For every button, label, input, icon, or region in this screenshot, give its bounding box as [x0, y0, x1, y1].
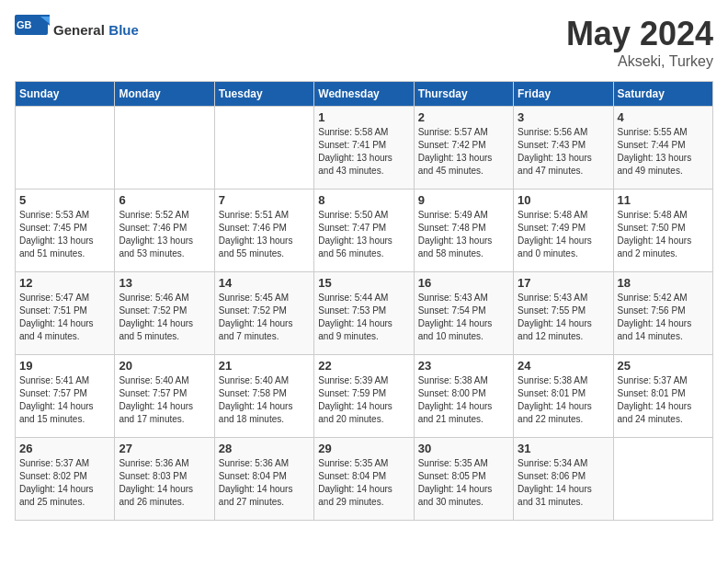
calendar-week-row: 26Sunrise: 5:37 AM Sunset: 8:02 PM Dayli… [16, 438, 713, 521]
day-info: Sunrise: 5:48 AM Sunset: 7:49 PM Dayligh… [518, 209, 609, 260]
day-header-saturday: Saturday [613, 82, 712, 107]
day-number: 22 [318, 359, 409, 373]
calendar-week-row: 12Sunrise: 5:47 AM Sunset: 7:51 PM Dayli… [16, 272, 713, 355]
title-block: May 2024 Akseki, Turkey [566, 15, 713, 70]
day-info: Sunrise: 5:38 AM Sunset: 8:01 PM Dayligh… [518, 374, 609, 426]
logo: GB General Blue [15, 15, 139, 46]
day-number: 28 [219, 442, 310, 455]
day-info: Sunrise: 5:55 AM Sunset: 7:44 PM Dayligh… [618, 126, 709, 178]
calendar-cell: 4Sunrise: 5:55 AM Sunset: 7:44 PM Daylig… [613, 107, 712, 190]
day-number: 2 [418, 110, 509, 124]
day-number: 8 [318, 193, 409, 207]
calendar-week-row: 5Sunrise: 5:53 AM Sunset: 7:45 PM Daylig… [16, 190, 713, 272]
day-info: Sunrise: 5:41 AM Sunset: 7:57 PM Dayligh… [19, 374, 110, 426]
calendar-cell: 31Sunrise: 5:34 AM Sunset: 8:06 PM Dayli… [514, 438, 613, 521]
day-info: Sunrise: 5:39 AM Sunset: 7:59 PM Dayligh… [318, 374, 409, 426]
day-header-sunday: Sunday [16, 82, 115, 107]
calendar-cell: 20Sunrise: 5:40 AM Sunset: 7:57 PM Dayli… [115, 355, 214, 438]
calendar-cell: 13Sunrise: 5:46 AM Sunset: 7:52 PM Dayli… [115, 272, 214, 355]
day-number: 20 [119, 359, 210, 373]
day-info: Sunrise: 5:45 AM Sunset: 7:52 PM Dayligh… [219, 292, 310, 343]
day-info: Sunrise: 5:56 AM Sunset: 7:43 PM Dayligh… [518, 126, 609, 178]
day-number: 1 [318, 110, 409, 124]
calendar-cell: 22Sunrise: 5:39 AM Sunset: 7:59 PM Dayli… [314, 355, 414, 438]
day-number: 10 [518, 193, 609, 207]
calendar-week-row: 1Sunrise: 5:58 AM Sunset: 7:41 PM Daylig… [16, 107, 713, 190]
calendar-table: SundayMondayTuesdayWednesdayThursdayFrid… [15, 81, 713, 521]
day-number: 13 [119, 276, 210, 290]
day-number: 18 [618, 276, 709, 290]
day-number: 9 [418, 193, 509, 207]
day-number: 15 [318, 276, 409, 290]
calendar-cell [214, 107, 313, 190]
day-info: Sunrise: 5:50 AM Sunset: 7:47 PM Dayligh… [318, 209, 409, 260]
day-info: Sunrise: 5:40 AM Sunset: 7:58 PM Dayligh… [219, 374, 310, 426]
day-info: Sunrise: 5:43 AM Sunset: 7:55 PM Dayligh… [518, 292, 609, 343]
calendar-cell: 27Sunrise: 5:36 AM Sunset: 8:03 PM Dayli… [115, 438, 214, 521]
calendar-cell: 1Sunrise: 5:58 AM Sunset: 7:41 PM Daylig… [314, 107, 414, 190]
logo-blue: Blue [108, 22, 139, 38]
calendar-cell: 29Sunrise: 5:35 AM Sunset: 8:04 PM Dayli… [314, 438, 414, 521]
day-number: 3 [518, 110, 609, 124]
day-info: Sunrise: 5:38 AM Sunset: 8:00 PM Dayligh… [418, 374, 509, 426]
day-info: Sunrise: 5:44 AM Sunset: 7:53 PM Dayligh… [318, 292, 409, 343]
day-header-tuesday: Tuesday [214, 82, 313, 107]
day-info: Sunrise: 5:52 AM Sunset: 7:46 PM Dayligh… [119, 209, 210, 260]
calendar-cell: 25Sunrise: 5:37 AM Sunset: 8:01 PM Dayli… [613, 355, 712, 438]
calendar-cell: 19Sunrise: 5:41 AM Sunset: 7:57 PM Dayli… [16, 355, 115, 438]
day-info: Sunrise: 5:51 AM Sunset: 7:46 PM Dayligh… [219, 209, 310, 260]
calendar-cell: 6Sunrise: 5:52 AM Sunset: 7:46 PM Daylig… [115, 190, 214, 272]
day-info: Sunrise: 5:35 AM Sunset: 8:05 PM Dayligh… [418, 457, 509, 509]
day-number: 12 [19, 276, 110, 290]
calendar-cell: 21Sunrise: 5:40 AM Sunset: 7:58 PM Dayli… [214, 355, 313, 438]
logo-icon: GB [15, 15, 50, 46]
day-number: 24 [518, 359, 609, 373]
day-info: Sunrise: 5:37 AM Sunset: 8:02 PM Dayligh… [19, 457, 110, 509]
day-info: Sunrise: 5:42 AM Sunset: 7:56 PM Dayligh… [618, 292, 709, 343]
day-number: 23 [418, 359, 509, 373]
month-title: May 2024 [566, 15, 713, 53]
calendar-cell: 17Sunrise: 5:43 AM Sunset: 7:55 PM Dayli… [514, 272, 613, 355]
day-number: 30 [418, 442, 509, 455]
day-number: 11 [618, 193, 709, 207]
day-info: Sunrise: 5:36 AM Sunset: 8:03 PM Dayligh… [119, 457, 210, 509]
day-info: Sunrise: 5:48 AM Sunset: 7:50 PM Dayligh… [618, 209, 709, 260]
day-number: 4 [618, 110, 709, 124]
calendar-cell: 11Sunrise: 5:48 AM Sunset: 7:50 PM Dayli… [613, 190, 712, 272]
day-info: Sunrise: 5:53 AM Sunset: 7:45 PM Dayligh… [19, 209, 110, 260]
page-header: GB General Blue May 2024 Akseki, Turkey [15, 15, 713, 70]
location-title: Akseki, Turkey [566, 53, 713, 70]
day-header-friday: Friday [514, 82, 613, 107]
calendar-cell: 7Sunrise: 5:51 AM Sunset: 7:46 PM Daylig… [214, 190, 313, 272]
calendar-cell: 2Sunrise: 5:57 AM Sunset: 7:42 PM Daylig… [414, 107, 513, 190]
calendar-cell [115, 107, 214, 190]
day-number: 14 [219, 276, 310, 290]
calendar-cell: 23Sunrise: 5:38 AM Sunset: 8:00 PM Dayli… [414, 355, 513, 438]
logo-general: General [53, 22, 105, 38]
svg-text:GB: GB [17, 19, 32, 30]
calendar-cell: 14Sunrise: 5:45 AM Sunset: 7:52 PM Dayli… [214, 272, 313, 355]
day-number: 7 [219, 193, 310, 207]
calendar-cell: 3Sunrise: 5:56 AM Sunset: 7:43 PM Daylig… [514, 107, 613, 190]
day-number: 5 [19, 193, 110, 207]
calendar-cell: 26Sunrise: 5:37 AM Sunset: 8:02 PM Dayli… [16, 438, 115, 521]
calendar-cell: 10Sunrise: 5:48 AM Sunset: 7:49 PM Dayli… [514, 190, 613, 272]
day-info: Sunrise: 5:37 AM Sunset: 8:01 PM Dayligh… [618, 374, 709, 426]
day-number: 25 [618, 359, 709, 373]
day-number: 16 [418, 276, 509, 290]
day-header-wednesday: Wednesday [314, 82, 414, 107]
day-info: Sunrise: 5:43 AM Sunset: 7:54 PM Dayligh… [418, 292, 509, 343]
day-info: Sunrise: 5:58 AM Sunset: 7:41 PM Dayligh… [318, 126, 409, 178]
day-number: 21 [219, 359, 310, 373]
day-number: 6 [119, 193, 210, 207]
calendar-body: 1Sunrise: 5:58 AM Sunset: 7:41 PM Daylig… [16, 107, 713, 521]
calendar-cell: 5Sunrise: 5:53 AM Sunset: 7:45 PM Daylig… [16, 190, 115, 272]
day-info: Sunrise: 5:47 AM Sunset: 7:51 PM Dayligh… [19, 292, 110, 343]
calendar-cell [613, 438, 712, 521]
calendar-cell [16, 107, 115, 190]
day-number: 17 [518, 276, 609, 290]
calendar-cell: 28Sunrise: 5:36 AM Sunset: 8:04 PM Dayli… [214, 438, 313, 521]
calendar-cell: 9Sunrise: 5:49 AM Sunset: 7:48 PM Daylig… [414, 190, 513, 272]
day-info: Sunrise: 5:36 AM Sunset: 8:04 PM Dayligh… [219, 457, 310, 509]
calendar-cell: 30Sunrise: 5:35 AM Sunset: 8:05 PM Dayli… [414, 438, 513, 521]
